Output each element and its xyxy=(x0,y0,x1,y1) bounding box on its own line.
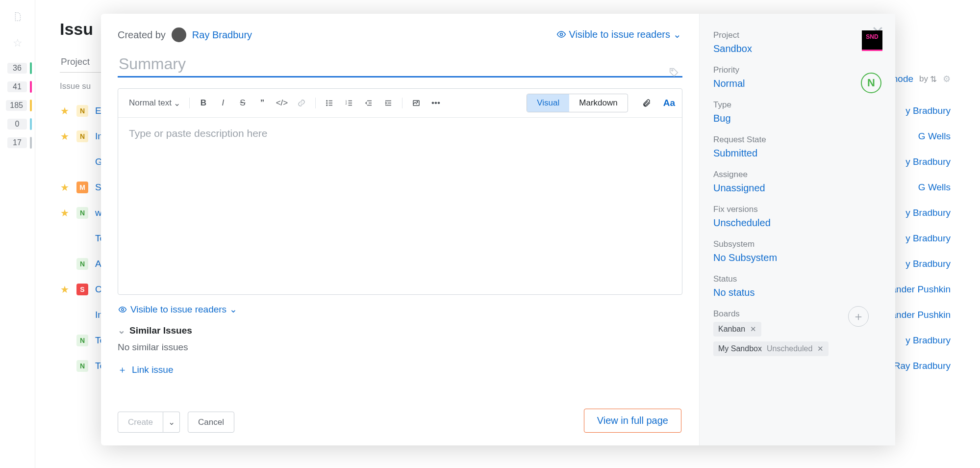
creator-link[interactable]: Ray Bradbury xyxy=(192,29,252,41)
svg-point-20 xyxy=(417,102,418,103)
priority-badge: N xyxy=(861,73,881,93)
field-value-status[interactable]: No status xyxy=(713,287,881,298)
chevron-down-icon: ⌄ xyxy=(229,304,237,315)
star-icon[interactable]: ★ xyxy=(60,284,70,295)
bullet-list-button[interactable] xyxy=(321,95,338,111)
svg-point-2 xyxy=(327,101,327,102)
field-label-subsystem: Subsystem xyxy=(713,239,881,249)
field-label-type: Type xyxy=(713,100,881,110)
summary-input[interactable] xyxy=(118,52,682,78)
ordered-list-button[interactable]: 12 xyxy=(340,95,358,111)
outdent-button[interactable] xyxy=(360,95,377,111)
field-label-priority: Priority xyxy=(713,65,881,75)
remove-chip-icon[interactable]: ✕ xyxy=(750,325,756,334)
quote-button[interactable]: ” xyxy=(253,95,271,111)
field-value-project[interactable]: Sandbox xyxy=(713,43,881,54)
eye-icon xyxy=(556,29,566,39)
create-button[interactable]: Create xyxy=(118,412,163,433)
reporter-cell[interactable]: G Wells xyxy=(918,131,951,142)
svg-point-4 xyxy=(327,105,327,106)
reporter-cell[interactable]: y Bradbury xyxy=(905,208,951,218)
priority-badge: N xyxy=(76,105,88,117)
star-icon[interactable]: ★ xyxy=(60,360,70,372)
code-button[interactable]: </> xyxy=(273,95,291,111)
filter-count[interactable]: 36 xyxy=(0,59,35,78)
view-full-page-button[interactable]: View in full page xyxy=(584,409,681,433)
field-value-subsystem[interactable]: No Subsystem xyxy=(713,252,881,263)
link-issue-button[interactable]: ＋ Link issue xyxy=(118,364,682,376)
star-icon[interactable]: ★ xyxy=(60,207,70,219)
star-icon[interactable]: ☆ xyxy=(8,33,27,53)
visual-mode[interactable]: Visual xyxy=(527,94,569,112)
filter-count[interactable]: 17 xyxy=(0,133,35,152)
filter-count[interactable]: 0 xyxy=(0,115,35,133)
star-icon[interactable]: ★ xyxy=(60,130,70,142)
remove-chip-icon[interactable]: ✕ xyxy=(817,344,824,353)
priority-badge: N xyxy=(76,258,88,270)
markdown-mode[interactable]: Markdown xyxy=(569,94,627,112)
svg-point-1 xyxy=(672,70,673,71)
field-value-fixversions[interactable]: Unscheduled xyxy=(713,217,881,229)
priority-badge: N xyxy=(76,335,88,346)
star-icon[interactable]: ★ xyxy=(60,105,70,117)
star-icon[interactable]: ★ xyxy=(60,233,70,244)
svg-point-3 xyxy=(327,103,327,104)
visibility-dropdown-bottom[interactable]: Visible to issue readers ⌄ xyxy=(118,304,682,315)
field-value-assignee[interactable]: Unassigned xyxy=(713,182,881,194)
priority-badge: N xyxy=(76,360,88,372)
tag-icon[interactable] xyxy=(669,67,679,80)
description-textarea[interactable]: Type or paste description here xyxy=(118,118,682,294)
cancel-button[interactable]: Cancel xyxy=(188,412,234,433)
more-button[interactable]: ••• xyxy=(427,95,445,111)
star-icon[interactable]: ★ xyxy=(60,309,70,321)
similar-issues-section: ⌄Similar Issues No similar issues xyxy=(118,325,682,353)
link-button[interactable] xyxy=(293,95,310,111)
image-button[interactable] xyxy=(407,95,425,111)
priority-badge: M xyxy=(76,182,88,193)
sort-by[interactable]: by⇅ xyxy=(919,74,937,84)
text-style-dropdown[interactable]: Normal text ⌄ xyxy=(125,98,184,108)
chevron-down-icon[interactable]: ⌄ xyxy=(118,325,126,336)
board-chip[interactable]: My SandboxUnscheduled✕ xyxy=(713,341,829,356)
reporter-cell[interactable]: y Bradbury xyxy=(905,156,951,167)
visibility-dropdown-top[interactable]: Visible to issue readers ⌄ xyxy=(556,28,681,40)
star-icon[interactable]: ★ xyxy=(60,335,70,346)
svg-point-0 xyxy=(560,33,562,36)
priority-badge: S xyxy=(76,284,88,295)
create-dropdown[interactable]: ⌄ xyxy=(163,412,180,433)
board-chip[interactable]: Kanban✕ xyxy=(713,322,761,337)
create-button-group: Create ⌄ xyxy=(118,412,180,433)
reporter-cell[interactable]: G Wells xyxy=(918,182,951,193)
similar-issues-empty: No similar issues xyxy=(118,342,682,353)
attachment-button[interactable] xyxy=(638,95,655,111)
description-editor: Normal text ⌄ B I S ” </> 12 xyxy=(118,88,682,295)
reporter-cell[interactable]: y Bradbury xyxy=(905,105,951,116)
gear-icon[interactable]: ⚙ xyxy=(943,74,951,84)
indent-button[interactable] xyxy=(379,95,397,111)
filter-count[interactable]: 185 xyxy=(0,96,35,115)
plus-icon: ＋ xyxy=(118,364,127,376)
italic-button[interactable]: I xyxy=(214,95,232,111)
text-format-button[interactable]: Aa xyxy=(663,98,675,108)
field-label-status: Status xyxy=(713,274,881,284)
star-icon[interactable]: ★ xyxy=(60,156,70,168)
star-icon[interactable]: ★ xyxy=(60,182,70,193)
editor-mode-toggle[interactable]: Visual Markdown xyxy=(527,94,628,112)
strikethrough-button[interactable]: S xyxy=(234,95,251,111)
filter-count[interactable]: 41 xyxy=(0,78,35,96)
created-by-label: Created by xyxy=(118,29,166,41)
priority-badge: N xyxy=(76,130,88,142)
field-value-type[interactable]: Bug xyxy=(713,113,881,124)
reporter-cell[interactable]: y Bradbury xyxy=(905,233,951,244)
bold-button[interactable]: B xyxy=(195,95,212,111)
chevron-down-icon: ⌄ xyxy=(673,28,681,40)
add-board-button[interactable]: ＋ xyxy=(848,306,869,327)
field-value-request-state[interactable]: Submitted xyxy=(713,148,881,159)
reporter-cell[interactable]: y Bradbury xyxy=(905,335,951,346)
new-issue-icon[interactable] xyxy=(8,7,27,26)
field-value-priority[interactable]: Normal xyxy=(713,78,881,89)
star-icon[interactable]: ★ xyxy=(60,258,70,270)
svg-point-21 xyxy=(122,308,124,311)
field-label-fixversions: Fix versions xyxy=(713,205,881,214)
reporter-cell[interactable]: y Bradbury xyxy=(905,259,951,269)
